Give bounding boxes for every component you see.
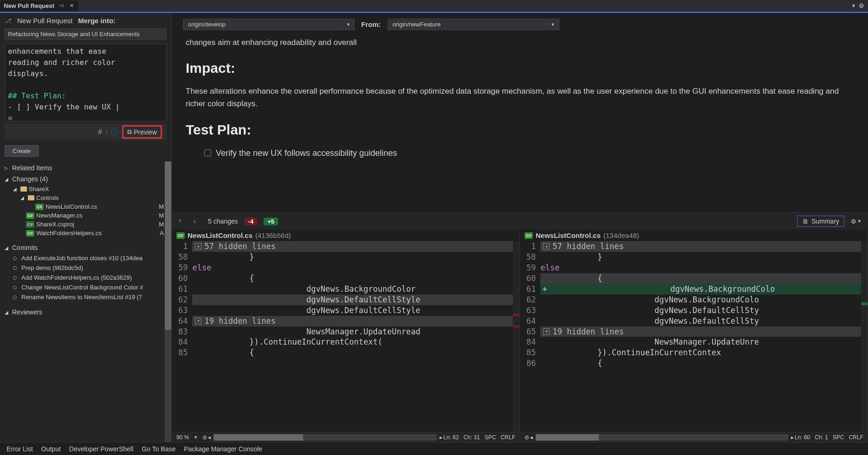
- commit-dot-icon: [13, 266, 17, 270]
- file-name: WatchFoldersHelpers.cs: [36, 230, 102, 237]
- csharp-icon: C#: [26, 230, 34, 237]
- description-preview: changes aim at enhancing readability and…: [172, 32, 868, 212]
- no-issues-icon[interactable]: ⊘: [525, 434, 529, 441]
- commit-text: Prep demo (982bdc5d): [21, 264, 83, 271]
- tab-new-pr[interactable]: New Pull Request ⊣ ✕: [0, 0, 78, 12]
- scroll-right-icon[interactable]: ▸: [791, 434, 794, 441]
- chevron-down-icon[interactable]: ▼: [194, 435, 198, 440]
- expand-icon[interactable]: +: [195, 243, 201, 250]
- commit-dot-icon: [13, 286, 17, 289]
- from-dropdown[interactable]: origin/newFeature ▼: [388, 19, 559, 30]
- commit-text: Change NewsListControl Background Color …: [21, 284, 143, 291]
- impact-text: These alterations enhance the overall pe…: [186, 85, 854, 110]
- impact-heading: Impact:: [186, 57, 854, 79]
- changes-count: 5 changes: [208, 218, 238, 225]
- bottom-panel-tab[interactable]: Output: [41, 445, 61, 453]
- bottom-panel-tab[interactable]: Developer PowerShell: [69, 445, 134, 453]
- file-item[interactable]: C#NewsManager.csM: [0, 211, 171, 220]
- commit-item[interactable]: Rename NewsItems to NewsItemsList #19 (7: [0, 292, 171, 302]
- no-issues-icon[interactable]: ⊘: [202, 434, 207, 441]
- h-scrollbar-right[interactable]: ◂▸: [536, 434, 788, 441]
- indent-mode: SPC: [833, 434, 844, 441]
- preview-label: Preview: [134, 128, 157, 136]
- close-icon[interactable]: ✕: [68, 3, 75, 9]
- file-item[interactable]: C#NewsListControl.csM: [0, 202, 171, 211]
- commit-dot-icon: [13, 276, 17, 280]
- hash-icon[interactable]: #: [98, 128, 102, 136]
- scroll-left-icon[interactable]: ◂: [530, 434, 533, 441]
- line-number: Ln: 62: [443, 434, 459, 441]
- reviewers-label: Reviewers: [12, 308, 42, 316]
- pin-icon[interactable]: ⊣: [58, 3, 65, 9]
- csharp-icon: C#: [176, 232, 185, 239]
- overview-ruler[interactable]: [513, 241, 519, 432]
- changes-header[interactable]: ◢ Changes (4): [0, 173, 171, 185]
- overview-ruler[interactable]: [861, 241, 868, 432]
- from-label: From:: [361, 20, 381, 28]
- expand-icon[interactable]: +: [543, 328, 550, 335]
- git-branch-icon: ⎇: [5, 17, 12, 24]
- dropdown-arrow-icon[interactable]: ▼: [851, 3, 856, 8]
- pr-title-input[interactable]: [5, 28, 167, 40]
- code-editor-left[interactable]: 158596061626364838485+57 hidden lines } …: [172, 241, 519, 432]
- col-number: Ch: 31: [464, 434, 480, 441]
- folder-icon: [20, 186, 27, 192]
- commit-item[interactable]: Add ExecuteJob function closes #10 (134d…: [0, 253, 171, 263]
- scroll-left-icon[interactable]: ◂: [208, 434, 211, 441]
- file-item[interactable]: C#WatchFoldersHelpers.csA: [0, 229, 171, 237]
- tab-title: New Pull Request: [4, 2, 54, 9]
- testplan-item[interactable]: Verify the new UX follows accessibility …: [204, 147, 854, 160]
- commit-item[interactable]: Add WatchFoldersHelpers.cs (502a3629): [0, 273, 171, 282]
- file-item[interactable]: C#ShareX.csprojM: [0, 220, 171, 229]
- csharp-icon: C#: [35, 204, 44, 210]
- commit-text: Add ExecuteJob function closes #10 (134d…: [21, 255, 143, 262]
- diff-settings-button[interactable]: ⚙ ▼: [851, 218, 862, 225]
- summary-button[interactable]: 🗎 Summary: [797, 216, 844, 227]
- related-items-header[interactable]: ▷ Related Items: [0, 162, 171, 173]
- document-icon: 🗎: [802, 218, 809, 225]
- commit-item[interactable]: Change NewsListControl Background Color …: [0, 282, 171, 292]
- bottom-panel-tab[interactable]: Go To Base: [142, 445, 175, 453]
- testplan-text: Verify the new UX follows accessibility …: [216, 147, 397, 160]
- csharp-icon: C#: [525, 232, 533, 239]
- preview-button[interactable]: ⧉ Preview: [122, 125, 162, 139]
- pr-title-label: New Pull Request: [17, 17, 72, 25]
- commits-header[interactable]: ◢ Commits: [0, 242, 171, 253]
- code-editor-right[interactable]: 15859606162636465848586+57 hidden lines …: [520, 241, 868, 432]
- commit-text: Add WatchFoldersHelpers.cs (502a3629): [21, 274, 132, 281]
- folder-controls[interactable]: ◢ Controls: [0, 193, 171, 202]
- commit-dot-icon: [13, 295, 17, 299]
- info-icon[interactable]: i: [111, 128, 118, 136]
- copilot-icon[interactable]: ⊗: [8, 113, 163, 122]
- create-button[interactable]: Create: [5, 145, 39, 157]
- gear-icon: ⚙: [851, 218, 856, 225]
- pr-description-input[interactable]: enhancements that easereading and richer…: [5, 44, 167, 122]
- indent-mode: SPC: [485, 434, 496, 441]
- next-change-button[interactable]: ↓: [193, 217, 201, 225]
- prev-change-button[interactable]: ↑: [178, 217, 187, 225]
- changes-label: Changes (4): [12, 175, 48, 183]
- related-items-label: Related Items: [12, 164, 52, 172]
- zoom-level[interactable]: 90 %: [176, 434, 189, 441]
- sidebar-scrollbar[interactable]: [165, 161, 171, 442]
- file-name-right: NewsListControl.cs: [536, 231, 601, 239]
- gear-icon[interactable]: ⚙: [859, 2, 864, 9]
- reviewers-header[interactable]: ◢ Reviewers: [0, 307, 171, 318]
- chevron-right-icon: ▷: [5, 166, 10, 171]
- line-ending: CRLF: [501, 434, 515, 441]
- checkbox-icon[interactable]: [204, 149, 211, 156]
- h-scrollbar-left[interactable]: ◂▸: [214, 434, 437, 441]
- commit-item[interactable]: Prep demo (982bdc5d): [0, 263, 171, 273]
- expand-icon[interactable]: +: [543, 243, 550, 250]
- folder-sharex[interactable]: ◢ ShareX: [0, 185, 171, 193]
- deletions-badge: -4: [245, 218, 258, 225]
- chevron-down-icon: ◢: [5, 245, 10, 250]
- expand-icon[interactable]: +: [195, 318, 201, 324]
- diff-left-pane: C# NewsListControl.cs (4136b56d) 1585960…: [172, 230, 520, 432]
- bottom-panel-tab[interactable]: Error List: [6, 445, 33, 453]
- bottom-panel-tab[interactable]: Package Manager Console: [184, 445, 262, 453]
- scroll-right-icon[interactable]: ▸: [440, 434, 442, 441]
- merge-into-dropdown[interactable]: origin/develop ▼: [183, 19, 355, 30]
- folder-label: ShareX: [29, 186, 49, 192]
- file-name: NewsManager.cs: [36, 212, 83, 219]
